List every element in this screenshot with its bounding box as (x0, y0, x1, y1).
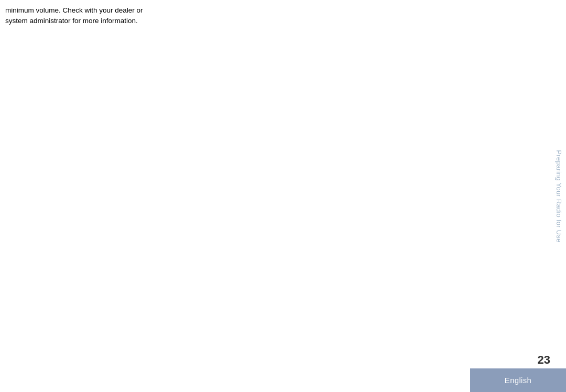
language-badge[interactable]: English (470, 368, 566, 392)
body-text: minimum volume. Check with your dealer o… (0, 0, 143, 27)
body-text-line1: minimum volume. Check with your dealer o… (5, 5, 143, 16)
side-tab-label: Preparing Your Radio for Use (555, 150, 563, 242)
page-container: minimum volume. Check with your dealer o… (0, 0, 566, 392)
language-label: English (505, 376, 531, 385)
body-text-line2: system administrator for more informatio… (5, 16, 143, 26)
side-tab-wrapper: Preparing Your Radio for Use (551, 0, 566, 392)
page-number: 23 (538, 353, 550, 367)
